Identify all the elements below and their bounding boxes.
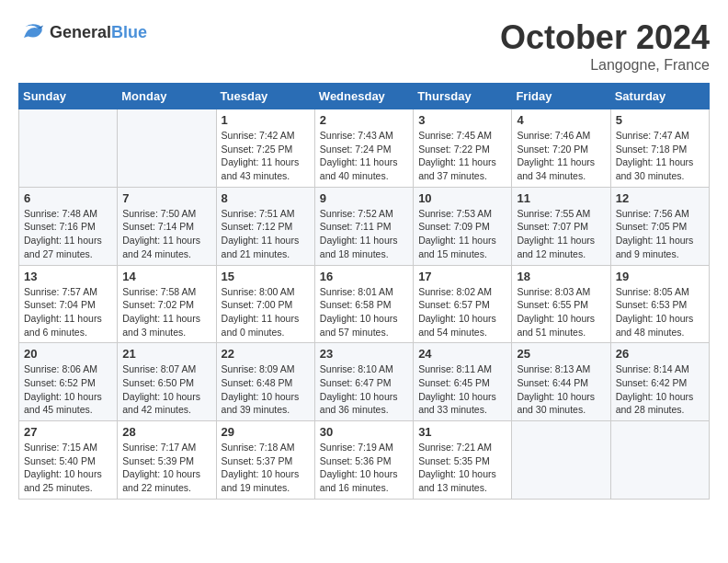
calendar-cell: 25Sunrise: 8:13 AM Sunset: 6:44 PM Dayli… — [512, 343, 610, 421]
calendar-week-row: 6Sunrise: 7:48 AM Sunset: 7:16 PM Daylig… — [19, 187, 710, 265]
calendar-cell — [19, 109, 118, 188]
day-info: Sunrise: 8:13 AM Sunset: 6:44 PM Dayligh… — [517, 362, 605, 417]
logo-text: GeneralBlue — [50, 23, 147, 42]
day-info: Sunrise: 7:50 AM Sunset: 7:14 PM Dayligh… — [122, 207, 210, 261]
day-number: 20 — [24, 347, 112, 361]
day-number: 12 — [616, 191, 704, 205]
day-info: Sunrise: 8:01 AM Sunset: 6:58 PM Dayligh… — [320, 285, 408, 339]
location: Langogne, France — [500, 57, 710, 74]
day-number: 10 — [418, 191, 506, 205]
calendar-cell: 8Sunrise: 7:51 AM Sunset: 7:12 PM Daylig… — [216, 187, 314, 265]
day-info: Sunrise: 8:10 AM Sunset: 6:47 PM Dayligh… — [320, 362, 408, 417]
calendar-cell: 28Sunrise: 7:17 AM Sunset: 5:39 PM Dayli… — [118, 421, 216, 500]
column-header-friday: Friday — [512, 84, 610, 109]
day-info: Sunrise: 8:07 AM Sunset: 6:50 PM Dayligh… — [122, 362, 210, 417]
column-header-thursday: Thursday — [414, 84, 512, 109]
day-info: Sunrise: 7:48 AM Sunset: 7:16 PM Dayligh… — [24, 207, 112, 261]
calendar-cell: 10Sunrise: 7:53 AM Sunset: 7:09 PM Dayli… — [414, 187, 512, 265]
day-info: Sunrise: 8:11 AM Sunset: 6:45 PM Dayligh… — [418, 362, 506, 417]
day-number: 17 — [418, 270, 506, 283]
day-info: Sunrise: 7:45 AM Sunset: 7:22 PM Dayligh… — [418, 129, 506, 183]
day-number: 7 — [122, 191, 210, 205]
day-info: Sunrise: 7:55 AM Sunset: 7:07 PM Dayligh… — [517, 207, 605, 261]
day-number: 6 — [24, 191, 112, 205]
day-info: Sunrise: 7:21 AM Sunset: 5:35 PM Dayligh… — [418, 441, 506, 495]
day-info: Sunrise: 8:09 AM Sunset: 6:48 PM Dayligh… — [222, 362, 310, 417]
calendar-cell: 20Sunrise: 8:06 AM Sunset: 6:52 PM Dayli… — [19, 343, 118, 421]
day-info: Sunrise: 8:03 AM Sunset: 6:55 PM Dayligh… — [517, 285, 605, 339]
calendar-cell: 19Sunrise: 8:05 AM Sunset: 6:53 PM Dayli… — [610, 265, 709, 343]
calendar-week-row: 13Sunrise: 7:57 AM Sunset: 7:04 PM Dayli… — [19, 265, 710, 343]
day-info: Sunrise: 7:46 AM Sunset: 7:20 PM Dayligh… — [517, 129, 605, 183]
calendar-cell: 30Sunrise: 7:19 AM Sunset: 5:36 PM Dayli… — [314, 421, 413, 500]
calendar-week-row: 27Sunrise: 7:15 AM Sunset: 5:40 PM Dayli… — [19, 421, 710, 500]
calendar-cell: 15Sunrise: 8:00 AM Sunset: 7:00 PM Dayli… — [216, 265, 314, 343]
day-number: 22 — [222, 347, 310, 361]
calendar-cell: 27Sunrise: 7:15 AM Sunset: 5:40 PM Dayli… — [19, 421, 118, 500]
calendar-cell: 16Sunrise: 8:01 AM Sunset: 6:58 PM Dayli… — [314, 265, 413, 343]
day-number: 31 — [418, 425, 506, 439]
column-header-tuesday: Tuesday — [216, 84, 314, 109]
calendar-cell: 26Sunrise: 8:14 AM Sunset: 6:42 PM Dayli… — [610, 343, 709, 421]
calendar-cell: 24Sunrise: 8:11 AM Sunset: 6:45 PM Dayli… — [414, 343, 512, 421]
day-number: 26 — [616, 347, 704, 361]
calendar-cell: 12Sunrise: 7:56 AM Sunset: 7:05 PM Dayli… — [610, 187, 709, 265]
calendar-cell: 6Sunrise: 7:48 AM Sunset: 7:16 PM Daylig… — [19, 187, 118, 265]
day-info: Sunrise: 7:18 AM Sunset: 5:37 PM Dayligh… — [222, 441, 310, 495]
calendar-cell: 4Sunrise: 7:46 AM Sunset: 7:20 PM Daylig… — [512, 109, 610, 188]
calendar-cell: 21Sunrise: 8:07 AM Sunset: 6:50 PM Dayli… — [118, 343, 216, 421]
calendar-header-row: SundayMondayTuesdayWednesdayThursdayFrid… — [19, 84, 710, 109]
day-info: Sunrise: 7:53 AM Sunset: 7:09 PM Dayligh… — [418, 207, 506, 261]
day-number: 28 — [122, 425, 210, 439]
calendar-cell: 9Sunrise: 7:52 AM Sunset: 7:11 PM Daylig… — [314, 187, 413, 265]
day-number: 18 — [517, 270, 605, 283]
logo: GeneralBlue — [18, 18, 147, 46]
calendar-cell: 7Sunrise: 7:50 AM Sunset: 7:14 PM Daylig… — [118, 187, 216, 265]
day-info: Sunrise: 7:51 AM Sunset: 7:12 PM Dayligh… — [222, 207, 310, 261]
day-info: Sunrise: 7:52 AM Sunset: 7:11 PM Dayligh… — [320, 207, 408, 261]
day-info: Sunrise: 8:14 AM Sunset: 6:42 PM Dayligh… — [616, 362, 704, 417]
day-number: 11 — [517, 191, 605, 205]
calendar-cell: 22Sunrise: 8:09 AM Sunset: 6:48 PM Dayli… — [216, 343, 314, 421]
logo-icon — [18, 18, 46, 46]
day-info: Sunrise: 7:58 AM Sunset: 7:02 PM Dayligh… — [122, 285, 210, 339]
calendar-cell: 5Sunrise: 7:47 AM Sunset: 7:18 PM Daylig… — [610, 109, 709, 188]
day-info: Sunrise: 7:57 AM Sunset: 7:04 PM Dayligh… — [24, 285, 112, 339]
day-info: Sunrise: 8:06 AM Sunset: 6:52 PM Dayligh… — [24, 362, 112, 417]
calendar-cell: 3Sunrise: 7:45 AM Sunset: 7:22 PM Daylig… — [414, 109, 512, 188]
day-info: Sunrise: 7:19 AM Sunset: 5:36 PM Dayligh… — [320, 441, 408, 495]
day-number: 13 — [24, 270, 112, 283]
day-number: 3 — [418, 113, 506, 127]
day-number: 9 — [320, 191, 408, 205]
month-title: October 2024 — [500, 18, 710, 57]
day-number: 2 — [320, 113, 408, 127]
calendar-cell: 17Sunrise: 8:02 AM Sunset: 6:57 PM Dayli… — [414, 265, 512, 343]
column-header-monday: Monday — [118, 84, 216, 109]
day-number: 14 — [122, 270, 210, 283]
calendar-cell: 2Sunrise: 7:43 AM Sunset: 7:24 PM Daylig… — [314, 109, 413, 188]
calendar-cell: 13Sunrise: 7:57 AM Sunset: 7:04 PM Dayli… — [19, 265, 118, 343]
day-info: Sunrise: 7:43 AM Sunset: 7:24 PM Dayligh… — [320, 129, 408, 183]
column-header-saturday: Saturday — [610, 84, 709, 109]
day-number: 5 — [616, 113, 704, 127]
day-number: 1 — [222, 113, 310, 127]
day-number: 30 — [320, 425, 408, 439]
calendar-cell: 29Sunrise: 7:18 AM Sunset: 5:37 PM Dayli… — [216, 421, 314, 500]
day-number: 8 — [222, 191, 310, 205]
day-number: 23 — [320, 347, 408, 361]
calendar-week-row: 1Sunrise: 7:42 AM Sunset: 7:25 PM Daylig… — [19, 109, 710, 188]
day-info: Sunrise: 7:17 AM Sunset: 5:39 PM Dayligh… — [122, 441, 210, 495]
day-number: 16 — [320, 270, 408, 283]
calendar-cell: 1Sunrise: 7:42 AM Sunset: 7:25 PM Daylig… — [216, 109, 314, 188]
day-number: 29 — [222, 425, 310, 439]
day-info: Sunrise: 8:02 AM Sunset: 6:57 PM Dayligh… — [418, 285, 506, 339]
day-number: 19 — [616, 270, 704, 283]
page-header: GeneralBlue October 2024 Langogne, Franc… — [18, 18, 710, 74]
day-info: Sunrise: 7:15 AM Sunset: 5:40 PM Dayligh… — [24, 441, 112, 495]
day-info: Sunrise: 7:42 AM Sunset: 7:25 PM Dayligh… — [222, 129, 310, 183]
day-number: 27 — [24, 425, 112, 439]
calendar-cell: 31Sunrise: 7:21 AM Sunset: 5:35 PM Dayli… — [414, 421, 512, 500]
day-info: Sunrise: 8:00 AM Sunset: 7:00 PM Dayligh… — [222, 285, 310, 339]
calendar-week-row: 20Sunrise: 8:06 AM Sunset: 6:52 PM Dayli… — [19, 343, 710, 421]
calendar-cell — [512, 421, 610, 500]
